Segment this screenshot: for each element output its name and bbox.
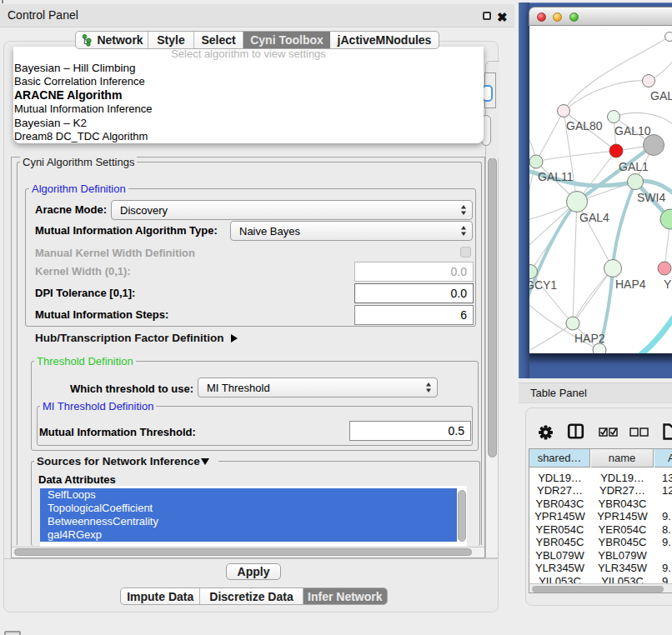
svg-text:GAL: GAL [650, 89, 672, 102]
svg-text:GAL11: GAL11 [538, 170, 574, 183]
svg-text:GAL1: GAL1 [619, 160, 649, 173]
svg-text:SWI4: SWI4 [637, 191, 665, 204]
svg-text:GCY1: GCY1 [529, 278, 557, 292]
svg-text:HAP4: HAP4 [615, 278, 646, 291]
svg-text:Y: Y [664, 278, 672, 291]
svg-text:GAL80: GAL80 [566, 119, 603, 132]
svg-text:GAL4: GAL4 [579, 211, 609, 224]
svg-text:HAP2: HAP2 [574, 332, 605, 345]
svg-text:GAL10: GAL10 [614, 124, 651, 138]
